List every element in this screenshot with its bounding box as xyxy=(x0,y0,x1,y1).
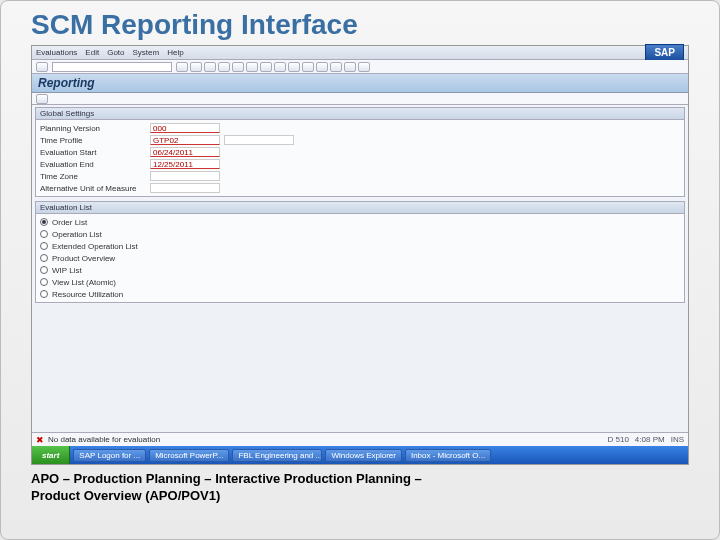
radio-view-list[interactable] xyxy=(40,278,48,286)
alt-uom-input[interactable] xyxy=(150,183,220,193)
error-icon: ✖ xyxy=(36,435,44,445)
field-label: Alternative Unit of Measure xyxy=(40,184,150,193)
next-page-icon[interactable] xyxy=(302,62,314,72)
taskbar-item[interactable]: Microsoft PowerP... xyxy=(149,449,229,462)
taskbar-item[interactable]: SAP Logon for ... xyxy=(73,449,146,462)
sap-gui-window: Evaluations Edit Goto System Help SAP xyxy=(31,45,689,465)
first-page-icon[interactable] xyxy=(274,62,286,72)
menu-evaluations[interactable]: Evaluations xyxy=(36,48,77,57)
find-icon[interactable] xyxy=(246,62,258,72)
app-toolbar xyxy=(32,93,688,105)
global-settings-header: Global Settings xyxy=(36,108,684,120)
planning-version-input[interactable]: 000 xyxy=(150,123,220,133)
taskbar-item[interactable]: FBL Engineering and ... xyxy=(232,449,322,462)
taskbar-item[interactable]: Windows Explorer xyxy=(325,449,401,462)
radio-label: WIP List xyxy=(52,266,82,275)
field-label: Time Profile xyxy=(40,136,150,145)
windows-taskbar: start SAP Logon for ... Microsoft PowerP… xyxy=(32,446,688,464)
save-icon[interactable] xyxy=(176,62,188,72)
execute-icon[interactable] xyxy=(36,94,48,104)
global-settings-panel: Global Settings Planning Version 000 Tim… xyxy=(35,107,685,197)
menu-help[interactable]: Help xyxy=(167,48,183,57)
status-time: 4:08 PM xyxy=(635,435,665,444)
command-field[interactable] xyxy=(52,62,172,72)
radio-order-list[interactable] xyxy=(40,218,48,226)
find-next-icon[interactable] xyxy=(260,62,272,72)
content-area xyxy=(32,305,688,432)
radio-ext-operation-list[interactable] xyxy=(40,242,48,250)
menu-system[interactable]: System xyxy=(133,48,160,57)
radio-product-overview[interactable] xyxy=(40,254,48,262)
field-label: Evaluation End xyxy=(40,160,150,169)
eval-start-input[interactable]: 06/24/2011 xyxy=(150,147,220,157)
screen-title: Reporting xyxy=(32,74,688,93)
radio-label: Extended Operation List xyxy=(52,242,138,251)
radio-label: View List (Atomic) xyxy=(52,278,116,287)
menu-goto[interactable]: Goto xyxy=(107,48,124,57)
time-profile-input[interactable]: GTP02 xyxy=(150,135,220,145)
eval-end-input[interactable]: 12/25/2011 xyxy=(150,159,220,169)
radio-operation-list[interactable] xyxy=(40,230,48,238)
prev-page-icon[interactable] xyxy=(288,62,300,72)
radio-label: Order List xyxy=(52,218,87,227)
menu-bar: Evaluations Edit Goto System Help SAP xyxy=(32,46,688,60)
slide-title: SCM Reporting Interface xyxy=(31,9,689,41)
exit-icon[interactable] xyxy=(204,62,216,72)
last-page-icon[interactable] xyxy=(316,62,328,72)
evaluation-list-panel: Evaluation List Order List Operation Lis… xyxy=(35,201,685,303)
timezone-input[interactable] xyxy=(150,171,220,181)
radio-label: Resource Utilization xyxy=(52,290,123,299)
back-icon[interactable] xyxy=(190,62,202,72)
status-bar: ✖ No data available for evaluation D 510… xyxy=(32,432,688,446)
radio-wip-list[interactable] xyxy=(40,266,48,274)
field-label: Time Zone xyxy=(40,172,150,181)
help-icon[interactable] xyxy=(358,62,370,72)
evaluation-list-header: Evaluation List xyxy=(36,202,684,214)
taskbar-item[interactable]: Inbox - Microsoft O... xyxy=(405,449,491,462)
radio-resource-util[interactable] xyxy=(40,290,48,298)
print-icon[interactable] xyxy=(232,62,244,72)
radio-label: Operation List xyxy=(52,230,102,239)
status-system: D 510 xyxy=(608,435,629,444)
start-button[interactable]: start xyxy=(32,446,70,464)
status-mode: INS xyxy=(671,435,684,444)
radio-label: Product Overview xyxy=(52,254,115,263)
field-label: Planning Version xyxy=(40,124,150,133)
status-message: No data available for evaluation xyxy=(48,435,160,444)
sap-logo: SAP xyxy=(645,44,684,61)
cancel-icon[interactable] xyxy=(218,62,230,72)
time-profile-input-2[interactable] xyxy=(224,135,294,145)
field-label: Evaluation Start xyxy=(40,148,150,157)
standard-toolbar xyxy=(32,60,688,74)
enter-icon[interactable] xyxy=(36,62,48,72)
layout-icon[interactable] xyxy=(344,62,356,72)
create-session-icon[interactable] xyxy=(330,62,342,72)
breadcrumb: APO – Production Planning – Interactive … xyxy=(31,471,689,505)
menu-edit[interactable]: Edit xyxy=(85,48,99,57)
